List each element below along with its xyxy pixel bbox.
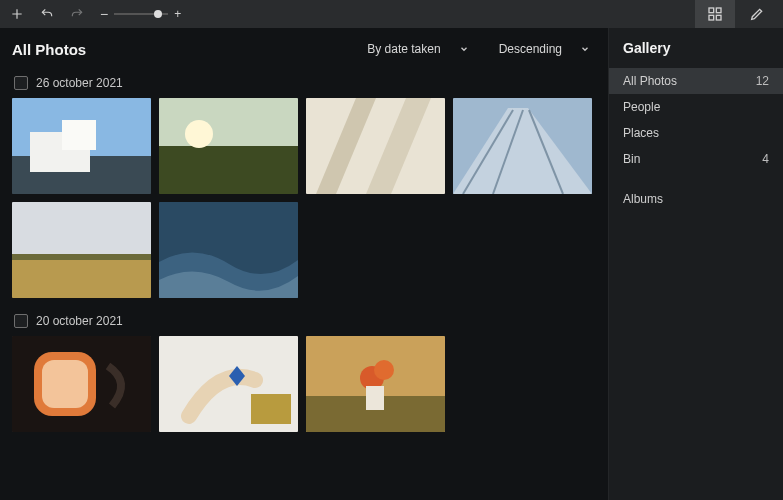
edit-view-tab[interactable] <box>737 0 777 28</box>
sort-order-label: Descending <box>499 42 562 56</box>
svg-rect-30 <box>366 386 384 410</box>
page-title: All Photos <box>12 41 86 58</box>
chevron-down-icon <box>459 44 469 54</box>
sidebar-title: Gallery <box>609 40 783 68</box>
svg-rect-19 <box>12 254 151 260</box>
thumbnail-grid <box>12 98 596 298</box>
sort-order-dropdown[interactable]: Descending <box>493 40 596 58</box>
svg-rect-23 <box>42 360 88 408</box>
zoom-track[interactable] <box>114 13 168 15</box>
redo-icon <box>70 7 84 21</box>
chevron-down-icon <box>580 44 590 54</box>
sidebar-item-label: Places <box>623 126 659 140</box>
sidebar-item-label: All Photos <box>623 74 677 88</box>
svg-rect-1 <box>716 8 721 13</box>
svg-rect-8 <box>159 98 298 146</box>
svg-rect-7 <box>62 120 96 150</box>
photo-thumbnail[interactable] <box>306 98 445 194</box>
zoom-thumb[interactable] <box>154 10 162 18</box>
photo-thumbnail[interactable] <box>159 202 298 298</box>
sidebar-albums-label: Albums <box>623 192 663 206</box>
date-group-header: 20 october 2021 <box>14 314 596 328</box>
sidebar-item-places[interactable]: Places <box>609 120 783 146</box>
zoom-in-icon: + <box>174 8 181 20</box>
photo-thumbnail[interactable] <box>12 336 151 432</box>
select-group-checkbox[interactable] <box>14 314 28 328</box>
sidebar-item-label: People <box>623 100 660 114</box>
sidebar-albums-header[interactable]: Albums <box>609 186 783 212</box>
svg-rect-9 <box>159 146 298 194</box>
svg-rect-3 <box>716 15 721 20</box>
photo-thumbnail[interactable] <box>453 98 592 194</box>
svg-rect-2 <box>709 15 714 20</box>
svg-point-10 <box>185 120 213 148</box>
svg-rect-18 <box>12 258 151 298</box>
svg-rect-0 <box>709 8 714 13</box>
photo-thumbnail[interactable] <box>159 98 298 194</box>
date-group-label: 20 october 2021 <box>36 314 123 328</box>
edit-icon <box>749 6 765 22</box>
grid-icon <box>707 6 723 22</box>
top-toolbar: − + <box>0 0 783 28</box>
select-group-checkbox[interactable] <box>14 76 28 90</box>
grid-view-tab[interactable] <box>695 0 735 28</box>
plus-icon <box>10 7 24 21</box>
content-header: All Photos By date taken Descending <box>12 40 596 58</box>
undo-icon <box>40 7 54 21</box>
sidebar-item-people[interactable]: People <box>609 94 783 120</box>
svg-point-29 <box>374 360 394 380</box>
sidebar-item-bin[interactable]: Bin 4 <box>609 146 783 172</box>
add-button[interactable] <box>6 3 28 25</box>
undo-button[interactable] <box>36 3 58 25</box>
date-group-header: 26 october 2021 <box>14 76 596 90</box>
photo-thumbnail[interactable] <box>306 336 445 432</box>
thumbnail-grid <box>12 336 596 432</box>
view-switcher <box>695 0 777 28</box>
date-group-label: 26 october 2021 <box>36 76 123 90</box>
redo-button[interactable] <box>66 3 88 25</box>
zoom-out-icon: − <box>100 7 108 21</box>
photo-thumbnail[interactable] <box>159 336 298 432</box>
photo-thumbnail[interactable] <box>12 202 151 298</box>
gallery-sidebar: Gallery All Photos 12 People Places Bin … <box>608 28 783 500</box>
photo-thumbnail[interactable] <box>12 98 151 194</box>
sort-by-dropdown[interactable]: By date taken <box>361 40 474 58</box>
zoom-slider[interactable]: − + <box>100 7 181 21</box>
sidebar-item-all-photos[interactable]: All Photos 12 <box>609 68 783 94</box>
sidebar-item-label: Bin <box>623 152 640 166</box>
svg-rect-17 <box>12 202 151 258</box>
sidebar-item-count: 12 <box>756 74 769 88</box>
sort-by-label: By date taken <box>367 42 440 56</box>
content-area: All Photos By date taken Descending 26 o… <box>0 28 608 500</box>
svg-rect-25 <box>251 394 291 424</box>
sidebar-item-count: 4 <box>762 152 769 166</box>
